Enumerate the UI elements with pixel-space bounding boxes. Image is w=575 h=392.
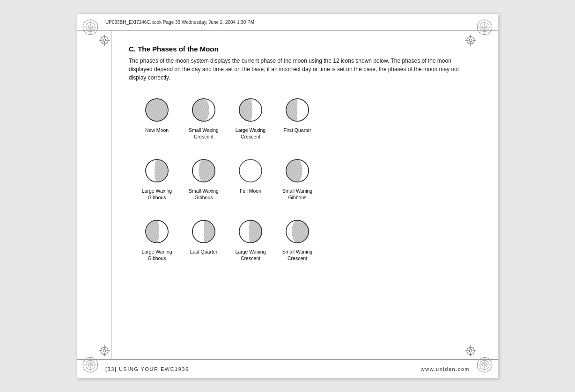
svg-line-250 — [143, 157, 145, 185]
moon-label-first-quarter: First Quarter — [284, 127, 311, 133]
moon-label-last-quarter: Last Quarter — [190, 248, 217, 255]
content-area: C. The Phases of the Moon The phases of … — [115, 31, 479, 355]
footer-right: www.uniden.com — [421, 366, 470, 372]
moon-phase-large-waxing-gibbous: Large WaxingGibbous — [133, 154, 180, 215]
moon-label-small-waning-gibbous: Small WaningGibbous — [282, 188, 312, 201]
svg-line-131 — [216, 96, 218, 124]
moon-label-small-waxing-crescent: Small WaxingCrescent — [189, 127, 219, 140]
moon-label-small-waning-crescent: Small WaningCrescent — [282, 248, 312, 261]
svg-line-347 — [283, 157, 285, 185]
left-border-line — [111, 31, 111, 359]
moon-icon-small-waxing-gibbous — [190, 157, 218, 185]
moon-phase-new-moon: New Moon — [133, 93, 180, 154]
footer: [33] USING YOUR EWC1936 www.uniden.com — [77, 359, 498, 378]
moon-phase-full-moon: Full Moon — [227, 154, 274, 215]
section-title: C. The Phases of the Moon — [129, 45, 470, 53]
moon-icon-first-quarter — [283, 96, 311, 124]
moon-icon-large-waning-crescent — [236, 218, 265, 246]
svg-line-521 — [263, 218, 265, 246]
moon-label-small-waxing-gibbous: Small WaxingGibbous — [189, 188, 219, 201]
moon-icon-large-waxing-gibbous — [143, 157, 171, 185]
svg-line-423 — [169, 218, 171, 246]
moon-icon-last-quarter — [190, 218, 218, 246]
moon-label-full-moon: Full Moon — [240, 188, 261, 194]
header-bar: UP033BH_EXI7246C.book Page 33 Wednesday,… — [77, 14, 498, 31]
moon-icon-large-waning-gibbous — [143, 218, 171, 246]
svg-line-179 — [263, 96, 265, 124]
svg-rect-443 — [204, 218, 218, 246]
moon-icon-small-waning-gibbous — [283, 157, 311, 185]
moon-icon-small-waning-crescent — [283, 218, 311, 246]
svg-line-298 — [190, 157, 192, 185]
svg-line-103 — [190, 96, 192, 124]
svg-line-230 — [310, 96, 311, 124]
moon-label-large-waxing-crescent: Large WaxingCrescent — [236, 127, 265, 140]
moon-icon-small-waxing-crescent — [190, 96, 218, 124]
section-body: The phases of the moon system displays t… — [129, 57, 470, 82]
moon-phase-first-quarter: First Quarter — [274, 93, 321, 154]
svg-line-375 — [310, 157, 311, 185]
moon-label-new-moon: New Moon — [145, 127, 169, 133]
svg-line-493 — [236, 218, 238, 246]
moon-label-large-waning-crescent: Large WaningCrescent — [236, 248, 266, 261]
svg-line-541 — [283, 218, 285, 246]
target-decoration-tl — [98, 34, 111, 47]
svg-line-569 — [310, 218, 311, 246]
corner-decoration-tl — [81, 18, 100, 36]
moon-icon-large-waxing-crescent — [236, 96, 265, 124]
moon-icon-full-moon — [236, 157, 265, 185]
moon-phase-small-waxing-crescent: Small WaxingCrescent — [180, 93, 227, 154]
moon-phase-large-waning-gibbous: Large WaningGibbous — [133, 215, 180, 276]
moon-label-large-waxing-gibbous: Large WaxingGibbous — [142, 188, 172, 201]
svg-line-202 — [283, 96, 285, 124]
svg-line-55 — [143, 96, 145, 124]
svg-point-29 — [103, 39, 106, 42]
svg-point-343 — [239, 160, 262, 182]
svg-line-278 — [169, 157, 171, 185]
moon-phase-small-waning-gibbous: Small WaningGibbous — [274, 154, 321, 215]
header-text: UP033BH_EXI7246C.book Page 33 Wednesday,… — [105, 20, 254, 25]
moon-phase-last-quarter: Last Quarter — [180, 215, 227, 276]
moon-phase-large-waning-crescent: Large WaningCrescent — [227, 215, 274, 276]
footer-left: [33] USING YOUR EWC1936 — [105, 366, 189, 372]
target-decoration-bl — [98, 344, 111, 357]
moon-phases-grid: New Moon Small WaxingCrescent Large Waxi — [133, 93, 470, 276]
moon-phase-small-waning-crescent: Small WaningCrescent — [274, 215, 321, 276]
moon-icon-new-moon — [143, 96, 171, 124]
svg-line-326 — [216, 157, 218, 185]
moon-phase-large-waxing-crescent: Large WaxingCrescent — [227, 93, 274, 154]
moon-phase-small-waxing-gibbous: Small WaxingGibbous — [180, 154, 227, 215]
svg-line-473 — [216, 218, 218, 246]
svg-line-445 — [190, 218, 192, 246]
moon-label-large-waning-gibbous: Large WaningGibbous — [142, 248, 172, 261]
svg-line-151 — [236, 96, 238, 124]
svg-line-83 — [169, 96, 171, 124]
svg-rect-200 — [283, 96, 297, 124]
svg-line-395 — [143, 218, 145, 246]
page: UP033BH_EXI7246C.book Page 33 Wednesday,… — [77, 14, 498, 378]
svg-point-41 — [103, 349, 106, 352]
